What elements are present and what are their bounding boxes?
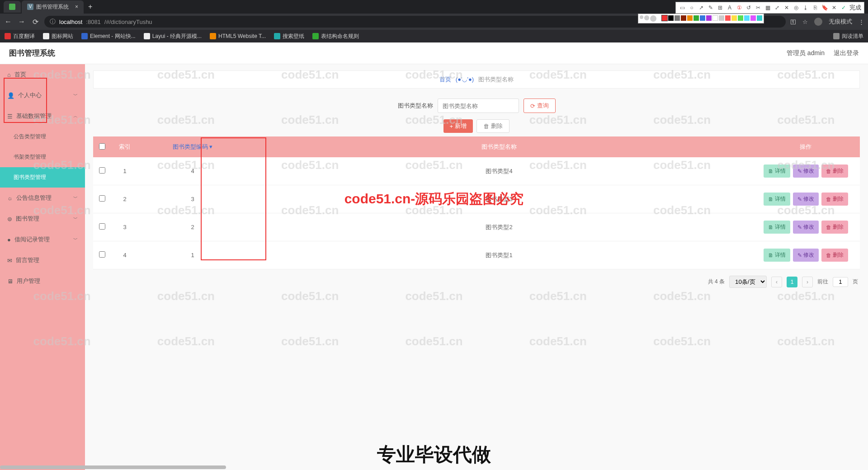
bookmark-icon[interactable]: 🔖 — [821, 4, 828, 11]
sidebar-item-basic-data[interactable]: ☰ 基础数据管理 ︿ — [0, 106, 85, 127]
user-label[interactable]: 管理员 admin — [787, 49, 825, 57]
color-lblue[interactable] — [744, 15, 750, 21]
bookmark-0[interactable]: 百度翻译 — [5, 33, 35, 40]
sidebar-item-shelf-type[interactable]: 书架类型管理 — [0, 147, 85, 167]
color-white[interactable] — [712, 15, 718, 21]
tab-close-icon[interactable]: × — [75, 4, 78, 10]
row-checkbox[interactable] — [99, 167, 105, 174]
detail-button[interactable]: 🗎详情 — [764, 193, 790, 206]
bookmark-3[interactable]: Layui - 经典开源模... — [144, 33, 202, 40]
edit-button[interactable]: ✎修改 — [793, 249, 819, 262]
key-icon[interactable]: ⚿ — [790, 19, 796, 25]
bookmark-6[interactable]: 表结构命名规则 — [312, 33, 359, 40]
color-lpurple[interactable] — [750, 15, 756, 21]
browser-tab-0[interactable] — [4, 1, 21, 13]
color-blue[interactable] — [700, 15, 705, 21]
crop-icon[interactable]: ✂ — [755, 4, 762, 11]
record-icon[interactable]: ◎ — [793, 4, 800, 11]
color-gray[interactable] — [675, 15, 680, 21]
batch-delete-button[interactable]: 🗑 删除 — [476, 119, 509, 133]
delete-button[interactable]: 🗑删除 — [821, 193, 848, 206]
detail-button[interactable]: 🗎详情 — [764, 221, 790, 234]
row-checkbox[interactable] — [99, 223, 105, 230]
edit-button[interactable]: ✎修改 — [793, 193, 819, 206]
page-goto-input[interactable] — [833, 277, 848, 287]
delete-button[interactable]: 🗑删除 — [821, 249, 848, 262]
color-purple[interactable] — [706, 15, 712, 21]
edit-button[interactable]: ✎修改 — [793, 164, 819, 178]
color-black[interactable] — [668, 15, 674, 21]
search-input[interactable] — [438, 99, 519, 113]
detail-button[interactable]: 🗎详情 — [764, 249, 790, 262]
page-size-select[interactable]: 10条/页 — [729, 276, 767, 288]
size-dot-large[interactable] — [650, 15, 656, 22]
sidebar-item-borrow-mgmt[interactable]: ● 借阅记录管理 ﹀ — [0, 229, 85, 250]
new-tab-button[interactable]: + — [85, 1, 96, 13]
copy-icon[interactable]: ⎘ — [811, 4, 819, 11]
text-icon[interactable]: A — [726, 4, 733, 11]
rect-icon[interactable]: ▭ — [679, 4, 686, 11]
color-red[interactable] — [662, 15, 667, 21]
number-icon[interactable]: ① — [736, 4, 743, 11]
pin-icon[interactable]: ✕ — [783, 4, 790, 11]
color-orange[interactable] — [687, 15, 693, 21]
page-prev-button[interactable]: ‹ — [771, 277, 782, 287]
browser-tab-1[interactable]: V 图书管理系统 × — [22, 0, 84, 14]
info-icon: ⓘ — [50, 18, 56, 26]
color-green[interactable] — [693, 15, 699, 21]
finish-button[interactable]: ✓ — [840, 4, 847, 11]
row-checkbox[interactable] — [99, 251, 105, 258]
plus-icon[interactable]: ⊞ — [717, 4, 724, 11]
horizontal-scrollbar[interactable] — [0, 465, 226, 469]
col-code[interactable]: 图书类型编码 ▾ — [138, 136, 247, 157]
color-cyan[interactable] — [757, 15, 762, 21]
edit-button[interactable]: ✎修改 — [793, 221, 819, 234]
reload-button[interactable]: ⟳ — [31, 18, 40, 26]
bookmark-5[interactable]: 搜索壁纸 — [274, 33, 304, 40]
cell-name: 图书类型3 — [247, 185, 751, 213]
arrow-icon[interactable]: ↗ — [698, 4, 705, 11]
sidebar-item-user-mgmt[interactable]: 🖥 用户管理 — [0, 271, 85, 291]
sidebar-item-notice-mgmt[interactable]: ☼ 公告信息管理 ﹀ — [0, 188, 85, 208]
row-checkbox[interactable] — [99, 195, 105, 202]
menu-icon[interactable]: ⋮ — [859, 19, 864, 25]
mosaic-icon[interactable]: ▦ — [764, 4, 771, 11]
size-dot-small[interactable] — [640, 15, 643, 19]
add-button[interactable]: + 新增 — [443, 119, 473, 133]
close-icon[interactable]: ✕ — [830, 4, 838, 11]
size-dot-med[interactable] — [644, 15, 649, 20]
cell-code: 3 — [138, 185, 247, 213]
download-icon[interactable]: ⭳ — [802, 4, 809, 11]
color-lred[interactable] — [725, 15, 731, 21]
color-lgray[interactable] — [719, 15, 724, 21]
color-lgreen[interactable] — [738, 15, 743, 21]
delete-button[interactable]: 🗑删除 — [821, 221, 848, 234]
bookmark-4[interactable]: HTML5 Website T... — [210, 33, 266, 39]
bookmark-2[interactable]: Element - 网站快... — [81, 33, 136, 40]
expand-icon[interactable]: ⤢ — [774, 4, 781, 11]
select-all-checkbox[interactable] — [99, 143, 105, 150]
undo-icon[interactable]: ↺ — [745, 4, 752, 11]
delete-button[interactable]: 🗑删除 — [821, 164, 848, 178]
sidebar-item-home[interactable]: ⌂ 首页 — [0, 64, 85, 85]
sidebar-item-book-type[interactable]: 图书类型管理 — [0, 167, 85, 188]
logout-button[interactable]: 退出登录 — [834, 49, 859, 57]
detail-button[interactable]: 🗎详情 — [764, 164, 790, 178]
page-number-1[interactable]: 1 — [787, 277, 797, 287]
pen-icon[interactable]: ✎ — [707, 4, 714, 11]
circle-icon[interactable]: ○ — [688, 4, 695, 11]
sidebar-item-message-mgmt[interactable]: ✉ 留言管理 — [0, 250, 85, 271]
forward-button[interactable]: → — [17, 18, 26, 26]
back-button[interactable]: ← — [4, 18, 13, 26]
search-button[interactable]: ⟳ 查询 — [524, 99, 556, 113]
sidebar-item-profile[interactable]: 👤 个人中心 ﹀ — [0, 85, 85, 106]
sidebar-item-notice-type[interactable]: 公告类型管理 — [0, 127, 85, 147]
color-yellow[interactable] — [731, 15, 737, 21]
star-icon[interactable]: ☆ — [802, 19, 808, 25]
color-brown[interactable] — [681, 15, 686, 21]
breadcrumb-home[interactable]: 首页 — [439, 76, 451, 83]
bookmark-reading-list[interactable]: 阅读清单 — [833, 33, 863, 40]
sidebar-item-book-mgmt[interactable]: ⊚ 图书管理 ﹀ — [0, 208, 85, 229]
bookmark-1[interactable]: 图标网站 — [43, 33, 73, 40]
page-next-button[interactable]: › — [802, 277, 813, 287]
